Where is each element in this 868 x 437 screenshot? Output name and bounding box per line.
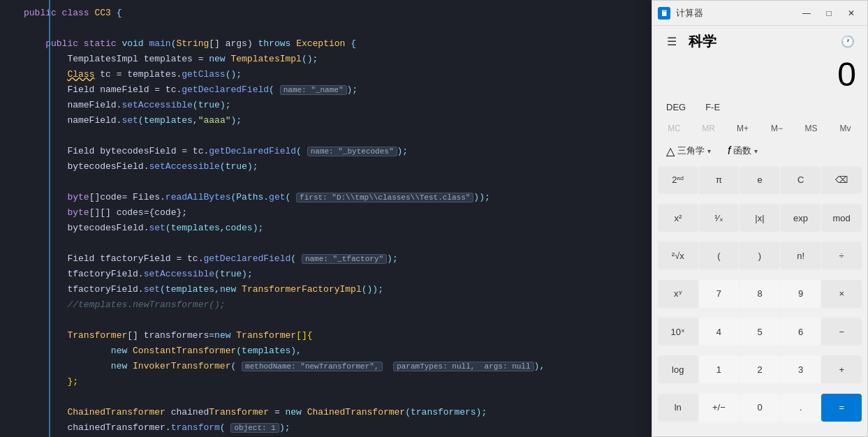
- calc-button-6[interactable]: 6: [781, 318, 821, 346]
- maximize-button[interactable]: □: [818, 5, 839, 22]
- calc-button-[interactable]: π: [699, 166, 740, 194]
- code-line: bytecodesField.set(templates,codes);: [0, 221, 652, 236]
- calc-button-[interactable]: ¹⁄ₓ: [699, 204, 740, 232]
- calc-button-log[interactable]: log: [658, 355, 698, 383]
- code-line: //templates.newTransformer();: [0, 297, 652, 313]
- code-line: Field tfactoryField = tc.getDeclaredFiel…: [0, 251, 652, 267]
- calc-button-[interactable]: ×: [821, 280, 862, 308]
- line-content: [21, 313, 29, 328]
- calc-button-7[interactable]: 7: [699, 280, 740, 308]
- line-content: public static void main(String[] args) t…: [21, 36, 356, 52]
- calculator-app-icon: 🖩: [658, 7, 670, 20]
- calc-button-C[interactable]: C: [781, 166, 821, 194]
- calc-button-[interactable]: −: [821, 318, 862, 346]
- calc-button-x[interactable]: xʸ: [658, 280, 698, 308]
- func-group[interactable]: f 函数 ▾: [722, 142, 763, 160]
- calculator-memory-row: MC MR M+ M− MS Mv: [652, 118, 867, 139]
- calc-button-[interactable]: .: [781, 394, 821, 422]
- param-box: paramTypes: null, args: null: [393, 362, 534, 371]
- calc-button-mod[interactable]: mod: [821, 204, 862, 232]
- line-content: public class CC3 {: [21, 6, 122, 21]
- trig-label: 三角学: [677, 145, 705, 157]
- calc-button-5[interactable]: 5: [740, 318, 780, 346]
- calc-button-[interactable]: ⌫: [821, 166, 862, 194]
- code-line: [0, 313, 652, 328]
- calc-button-x[interactable]: ²√x: [658, 242, 698, 269]
- code-line: Field bytecodesField = tc.getDeclaredFie…: [0, 144, 652, 159]
- calculator-display: 0: [652, 57, 867, 96]
- mc-button[interactable]: MC: [658, 119, 691, 138]
- code-line: nameField.set(templates,"aaaa");: [0, 113, 652, 128]
- deg-button[interactable]: DEG: [661, 99, 691, 115]
- calc-button-2[interactable]: 2: [740, 355, 780, 383]
- calc-button-3[interactable]: 3: [781, 355, 821, 383]
- trig-group[interactable]: △ 三角学 ▾: [661, 142, 716, 161]
- calc-button-[interactable]: (: [699, 242, 740, 269]
- line-number: [0, 21, 21, 36]
- calc-button-[interactable]: =: [821, 394, 862, 422]
- code-line: new InvokerTransformer( methodName: "new…: [0, 359, 652, 374]
- line-number: [0, 328, 21, 343]
- line-number: [0, 390, 21, 405]
- calc-button-n[interactable]: n!: [781, 242, 821, 269]
- line-number: [0, 282, 21, 297]
- code-line: bytecodesField.setAccessible(true);: [0, 159, 652, 175]
- line-content: Field nameField = tc.getDeclaredField( n…: [21, 82, 358, 98]
- calc-button-exp[interactable]: exp: [781, 204, 821, 232]
- code-line: Transformer[] transformers=new Transform…: [0, 328, 652, 343]
- code-line: [0, 236, 652, 251]
- calc-button-[interactable]: +: [821, 355, 862, 383]
- line-number: [0, 343, 21, 359]
- code-line: [0, 21, 652, 36]
- calc-button-4[interactable]: 4: [699, 318, 740, 346]
- calc-button-ln[interactable]: ln: [658, 394, 698, 422]
- calc-button-2[interactable]: 2ⁿᵈ: [658, 166, 698, 194]
- calc-button-0[interactable]: 0: [740, 394, 780, 422]
- mplus-button[interactable]: M+: [726, 119, 759, 138]
- calc-button-8[interactable]: 8: [740, 280, 780, 308]
- code-line: };: [0, 374, 652, 390]
- line-content: [21, 390, 29, 405]
- line-content: nameField.set(templates,"aaaa");: [21, 113, 242, 128]
- calc-button-10[interactable]: 10ˣ: [658, 318, 698, 346]
- fe-button[interactable]: F-E: [700, 99, 726, 115]
- mminus-button[interactable]: M−: [760, 119, 793, 138]
- ms-button[interactable]: MS: [795, 119, 827, 138]
- trig-icon: △: [666, 145, 675, 158]
- calc-button-x[interactable]: |x|: [740, 204, 780, 232]
- calc-button-[interactable]: ): [740, 242, 780, 269]
- line-number: [0, 98, 21, 113]
- code-line: nameField.setAccessible(true);: [0, 98, 652, 113]
- line-number: [0, 159, 21, 175]
- minimize-button[interactable]: —: [796, 5, 817, 22]
- calc-button-e[interactable]: e: [740, 166, 780, 194]
- calc-button-x[interactable]: x²: [658, 204, 698, 232]
- calculator-header: ☰ 科学 🕐: [652, 26, 867, 57]
- line-content: Class tc = templates.getClass();: [21, 67, 242, 82]
- line-number: [0, 267, 21, 282]
- calc-button-[interactable]: ÷: [821, 242, 862, 269]
- line-number: [0, 297, 21, 313]
- calculator-title: 计算器: [676, 7, 796, 20]
- mr-button[interactable]: MR: [692, 119, 725, 138]
- close-button[interactable]: ✕: [841, 5, 862, 22]
- line-number: [0, 205, 21, 221]
- line-number: [0, 67, 21, 82]
- calc-button-9[interactable]: 9: [781, 280, 821, 308]
- history-button[interactable]: 🕐: [837, 30, 859, 52]
- menu-button[interactable]: ☰: [661, 30, 683, 52]
- line-number: [0, 313, 21, 328]
- mv-button[interactable]: Mv: [829, 119, 862, 138]
- func-chevron-icon: ▾: [754, 147, 758, 155]
- param-box: name: "_bytecodes": [307, 147, 397, 156]
- calc-button-[interactable]: +/−: [699, 394, 740, 422]
- param-box: name: "_name": [280, 85, 347, 95]
- code-editor[interactable]: public class CC3 { public static void ma…: [0, 0, 652, 437]
- line-number: [0, 236, 21, 251]
- line-content: tfactoryField.set(templates,new Transfor…: [21, 282, 383, 297]
- line-content: new InvokerTransformer( methodName: "new…: [21, 359, 545, 374]
- function-groups-row: △ 三角学 ▾ f 函数 ▾: [652, 139, 867, 163]
- calculator-titlebar: 🖩 计算器 — □ ✕: [652, 1, 867, 26]
- line-number: [0, 52, 21, 67]
- calc-button-1[interactable]: 1: [699, 355, 740, 383]
